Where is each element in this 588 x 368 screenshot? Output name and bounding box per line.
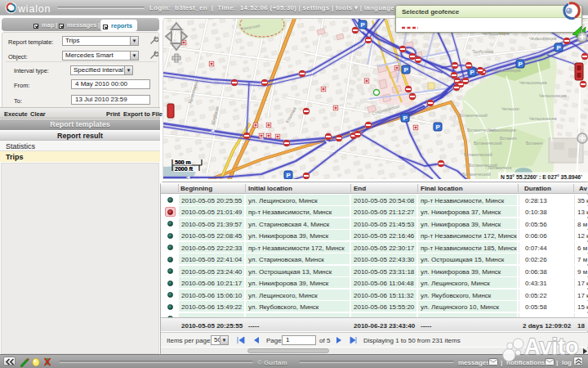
svg-text:Ботаническ: Ботаническ [488, 165, 512, 170]
svg-text:P: P [360, 21, 365, 29]
svg-text:Ботанический: Ботанический [459, 113, 488, 118]
svg-text:Ботанич: Ботанич [500, 136, 517, 141]
svg-text:N 53° 55.2260' : E 027° 35.894: N 53° 55.2260' : E 027° 35.8946' [501, 174, 582, 180]
svg-text:P: P [403, 114, 408, 122]
svg-text:500 m: 500 m [175, 159, 191, 165]
svg-text:wialon: wialon [17, 3, 51, 15]
svg-text:P: P [470, 69, 474, 76]
svg-text:Ботанич: Ботанич [526, 141, 543, 146]
svg-text:Толбухина: Толбухина [472, 49, 493, 54]
svg-text:P: P [556, 44, 561, 52]
svg-text:P: P [286, 172, 291, 179]
svg-text:P: P [435, 123, 440, 131]
svg-text:Ботанический: Ботанический [474, 141, 502, 146]
svg-text:Челюскинцев: Челюскинцев [539, 93, 567, 98]
svg-text:Челюскинцев: Челюскинцев [529, 116, 557, 121]
svg-text:Ботанический: Ботанический [464, 152, 492, 157]
svg-text:P: P [518, 61, 523, 68]
svg-text:Ботанический: Ботанический [462, 172, 491, 177]
svg-text:2000 ft: 2000 ft [175, 166, 194, 172]
svg-text:Ботанический: Ботанический [467, 128, 496, 132]
svg-text:P: P [403, 66, 408, 74]
svg-text:Челюскинцев: Челюскинцев [519, 80, 547, 85]
svg-text:Челюскинцев: Челюскинцев [529, 36, 557, 41]
svg-text:Челюски: Челюски [501, 106, 519, 111]
svg-text:Челюскинцев: Челюскинцев [493, 68, 521, 73]
